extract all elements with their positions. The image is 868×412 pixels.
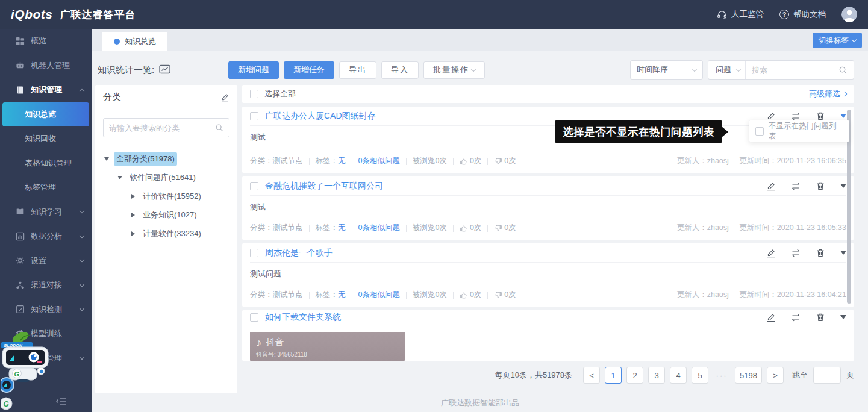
page-button-2[interactable]: 2 — [626, 367, 643, 384]
gear-icon — [16, 256, 25, 265]
tree-node-label: 计量软件(33234) — [140, 227, 204, 240]
similar-questions-link[interactable]: 0条相似问题 — [358, 223, 400, 233]
question-title-link[interactable]: 广联达办公大厦CAD图纸封存 — [265, 111, 376, 122]
glodon-mascot[interactable]: GLODON G — [1, 330, 59, 384]
sidebar-label: 概览 — [31, 36, 46, 46]
sidebar-item-table-knowledge[interactable]: 表格知识管理 — [0, 151, 92, 176]
jump-label: 跳至 — [792, 370, 808, 381]
manual-monitor-link[interactable]: 人工监管 — [717, 9, 764, 20]
caret-right-icon[interactable] — [130, 213, 137, 217]
pagination-ellipsis[interactable]: ··· — [713, 367, 730, 384]
batch-operation-button[interactable]: 批量操作 — [423, 61, 485, 79]
sidebar-item-data-analysis[interactable]: 数据分析 — [0, 224, 92, 249]
sidebar-item-robot-mgmt[interactable]: 机器人管理 — [0, 54, 92, 78]
tree-node-measurement-software[interactable]: 计量软件(33234) — [103, 224, 229, 243]
more-caret-icon[interactable] — [840, 315, 846, 319]
question-title-link[interactable]: 如何下载文件夹系统 — [265, 312, 341, 323]
delete-icon[interactable] — [816, 313, 825, 322]
search-icon[interactable] — [838, 66, 848, 75]
edit-icon[interactable] — [766, 313, 776, 322]
sidebar-item-knowledge-check[interactable]: 知识检测 — [0, 298, 92, 322]
category-tree: 全部分类(51978) 软件问题库(51641) 计价软件(15952) 业务知… — [103, 149, 229, 243]
open-book-icon — [16, 207, 25, 216]
transfer-icon[interactable] — [791, 248, 801, 258]
thumbs-down-icon — [494, 157, 502, 166]
more-caret-icon[interactable] — [840, 251, 846, 255]
question-checkbox[interactable] — [250, 313, 258, 322]
tab-active-dot-icon — [114, 39, 120, 45]
question-checkbox[interactable] — [250, 249, 258, 257]
select-all-checkbox[interactable] — [250, 90, 258, 98]
sidebar-item-settings[interactable]: 设置 — [0, 249, 92, 273]
caret-right-icon[interactable] — [130, 231, 137, 236]
help-doc-link[interactable]: 帮助文档 — [779, 9, 826, 20]
sidebar-item-overview[interactable]: 概览 — [0, 29, 92, 54]
transfer-icon[interactable] — [791, 181, 801, 191]
tree-node-label: 业务知识(1027) — [140, 208, 199, 222]
meta-tag-value[interactable]: 无 — [338, 290, 346, 300]
transfer-icon[interactable] — [791, 313, 801, 322]
edit-icon[interactable] — [766, 181, 776, 191]
tree-node-software-issues[interactable]: 软件问题库(51641) — [103, 168, 229, 187]
category-search-input[interactable] — [109, 123, 215, 133]
sidebar-item-knowledge-overview[interactable]: 知识总览 — [2, 102, 89, 127]
sidebar-item-knowledge-recycle[interactable]: 知识回收 — [0, 126, 92, 151]
updater-label: 更新人： — [677, 157, 707, 165]
caret-right-icon[interactable] — [130, 194, 137, 199]
hide-hot-checkbox[interactable] — [755, 127, 764, 136]
more-caret-icon[interactable] — [840, 114, 846, 118]
import-button[interactable]: 导入 — [381, 61, 419, 79]
meta-tag-label: 标签： — [316, 290, 339, 300]
page-button-last[interactable]: 5198 — [735, 367, 762, 384]
topbar: iQbots 广联达睿答平台 人工监管 帮助文档 — [0, 0, 868, 29]
question-title-link[interactable]: 金融危机摧毁了一个互联网公司 — [265, 181, 383, 192]
sidebar-item-channel[interactable]: 渠道对接 — [0, 273, 92, 298]
caret-down-icon[interactable] — [103, 157, 110, 161]
switch-tag-button[interactable]: 切换标签 — [813, 33, 862, 48]
sidebar-item-tag-mgmt[interactable]: 标签管理 — [0, 175, 92, 200]
sort-order-select[interactable]: 时间降序 — [630, 60, 703, 80]
page-button-3[interactable]: 3 — [648, 367, 665, 384]
question-title-link[interactable]: 周杰伦是一个歌手 — [265, 248, 333, 258]
manual-monitor-label: 人工监管 — [731, 9, 764, 20]
sidebar-item-knowledge-learning[interactable]: 知识学习 — [0, 200, 92, 225]
page-button-5[interactable]: 5 — [692, 367, 708, 384]
question-card: 金融危机摧毁了一个互联网公司 测试 分类： 测试节点 标签： — [242, 176, 854, 240]
tab-knowledge-overview[interactable]: 知识总览 — [102, 32, 167, 51]
meta-tag-value[interactable]: 无 — [338, 223, 346, 233]
question-checkbox[interactable] — [250, 112, 258, 120]
tree-node-pricing-software[interactable]: 计价软件(15952) — [103, 187, 229, 205]
page-button-1[interactable]: 1 — [605, 367, 622, 384]
new-task-button[interactable]: 新增任务 — [284, 61, 334, 79]
search-field-select[interactable]: 问题 — [708, 61, 746, 79]
line-chart-icon[interactable] — [159, 64, 170, 76]
thumbs-up-icon — [460, 224, 468, 233]
new-question-button[interactable]: 新增问题 — [228, 61, 279, 79]
advanced-filter-link[interactable]: 高级筛选 — [809, 89, 846, 99]
caret-down-icon[interactable] — [116, 176, 123, 179]
prev-page-button[interactable]: < — [583, 367, 600, 384]
delete-icon[interactable] — [816, 181, 825, 191]
jump-page-input[interactable] — [813, 367, 841, 384]
search-input[interactable] — [746, 66, 838, 75]
export-button[interactable]: 导出 — [339, 61, 376, 79]
tree-node-business-knowledge[interactable]: 业务知识(1027) — [103, 205, 229, 224]
next-page-button[interactable]: > — [767, 367, 784, 384]
search-icon[interactable] — [215, 123, 223, 132]
more-caret-icon[interactable] — [840, 184, 846, 188]
similar-questions-link[interactable]: 0条相似问题 — [358, 156, 400, 166]
edit-category-icon[interactable] — [220, 93, 229, 102]
sidebar-label: 设置 — [31, 255, 46, 266]
edit-icon[interactable] — [766, 248, 776, 258]
page-button-4[interactable]: 4 — [670, 367, 687, 384]
sidebar-item-knowledge-mgmt[interactable]: 知识管理 — [0, 78, 92, 102]
meta-dislikes: 0次 — [504, 223, 516, 233]
meta-tag-value[interactable]: 无 — [338, 156, 346, 166]
similar-questions-link[interactable]: 0条相似问题 — [358, 290, 400, 300]
tree-node-all[interactable]: 全部分类(51978) — [103, 149, 229, 168]
delete-icon[interactable] — [816, 248, 825, 258]
collapse-sidebar-icon[interactable] — [55, 396, 67, 406]
page-unit-label: 页 — [846, 370, 854, 381]
user-avatar[interactable] — [841, 7, 857, 22]
question-checkbox[interactable] — [250, 182, 258, 190]
